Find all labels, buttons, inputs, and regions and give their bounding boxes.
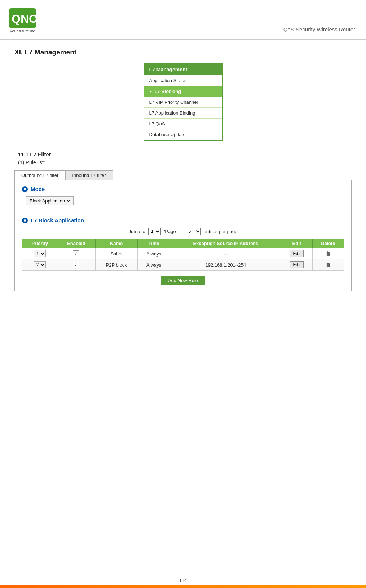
cell-priority: 12 — [22, 248, 57, 259]
col-edit: Edit — [281, 239, 313, 248]
main-content: XI. L7 Management L7 Management Applicat… — [0, 40, 366, 313]
table-row: 12 ✓ Sales Always --- Edit 🗑 — [22, 248, 344, 259]
col-time: Time — [137, 239, 170, 248]
cell-name: P2P block — [95, 259, 137, 271]
tab-outbound[interactable]: Outbound L7 filter — [14, 170, 65, 180]
table-row: 21 ✓ P2P block Always 192.168.1.201~254 … — [22, 259, 344, 271]
sub-heading: 11.1 L7 Filter — [18, 151, 352, 157]
mode-select-box[interactable]: Block Application Allow Application — [26, 196, 74, 205]
menu-item-l7-qos[interactable]: L7 QoS — [144, 118, 222, 129]
cell-edit: Edit — [281, 259, 313, 271]
footer-bar — [0, 585, 366, 588]
mode-title: Mode — [31, 186, 45, 192]
cell-time: Always — [137, 248, 170, 259]
col-delete: Delete — [312, 239, 344, 248]
menu-item-l7-vip[interactable]: L7 VIP Priority Channel — [144, 97, 222, 107]
cell-enabled: ✓ — [57, 259, 95, 271]
mode-dropdown[interactable]: Block Application Allow Application — [28, 198, 71, 204]
block-bullet — [22, 218, 28, 223]
mode-section-label: Mode — [22, 186, 344, 192]
col-name: Name — [95, 239, 137, 248]
cell-enabled: ✓ — [57, 248, 95, 259]
menu-item-label: L7 Application Binding — [149, 110, 195, 116]
menu-item-application-status[interactable]: Application Status — [144, 75, 222, 86]
jump-to-label: Jump to — [128, 229, 145, 234]
menu-item-label: L7 VIP Priority Channel — [149, 99, 198, 105]
enabled-checkbox-1[interactable]: ✓ — [73, 250, 79, 257]
priority-select-1[interactable]: 12 — [34, 250, 46, 257]
cell-name: Sales — [95, 248, 137, 259]
menu-item-database-update[interactable]: Database Update — [144, 129, 222, 140]
section-divider — [22, 211, 344, 211]
page-select[interactable]: 1 2 — [148, 228, 161, 235]
section-heading: XI. L7 Management — [14, 48, 352, 56]
cell-exception-ip: 192.168.1.201~254 — [170, 259, 281, 271]
rule-label: (1) Rule list: — [18, 160, 352, 165]
arrow-icon: ► — [149, 89, 153, 93]
page-label: /Page — [164, 229, 176, 234]
svg-text:QNO: QNO — [12, 12, 38, 25]
col-enabled: Enabled — [57, 239, 95, 248]
l7-menu-box: L7 Management Application Status ► L7 Bl… — [144, 63, 223, 141]
col-priority: Priority — [22, 239, 57, 248]
mode-bullet — [22, 186, 28, 192]
header-title: QoS Security Wireless Router — [283, 26, 355, 35]
add-new-rule-button[interactable]: Add New Rule — [161, 276, 205, 285]
cell-priority: 21 — [22, 259, 57, 271]
edit-button-1[interactable]: Edit — [290, 250, 304, 257]
block-section-title: L7 Block Application — [31, 217, 84, 223]
priority-select-2[interactable]: 21 — [34, 261, 46, 268]
tabs-area: Outbound L7 filter Inbound L7 filter Mod… — [14, 170, 352, 291]
menu-header: L7 Management — [144, 64, 222, 75]
edit-button-2[interactable]: Edit — [290, 261, 304, 268]
logo: QNO your future life — [7, 6, 40, 35]
mode-select-wrap: Block Application Allow Application — [26, 196, 344, 205]
menu-item-label: Database Update — [149, 132, 186, 137]
svg-text:your future life: your future life — [10, 29, 35, 33]
cell-time: Always — [137, 259, 170, 271]
entries-select[interactable]: 5 10 20 — [186, 228, 201, 235]
block-section-label: L7 Block Application — [22, 217, 344, 223]
tab-content-box: Mode Block Application Allow Application… — [14, 180, 352, 291]
menu-item-l7-blocking[interactable]: ► L7 Blocking — [144, 86, 222, 97]
cell-delete: 🗑 — [312, 248, 344, 259]
tab-row: Outbound L7 filter Inbound L7 filter — [14, 170, 352, 180]
menu-item-label: Application Status — [149, 78, 187, 83]
cell-edit: Edit — [281, 248, 313, 259]
col-exception-ip: Exception Source IP Address — [170, 239, 281, 248]
menu-item-label: L7 Blocking — [154, 89, 181, 94]
menu-item-label: L7 QoS — [149, 121, 165, 126]
menu-item-l7-binding[interactable]: L7 Application Binding — [144, 107, 222, 118]
delete-icon-1[interactable]: 🗑 — [326, 251, 331, 257]
entries-label: entries per page — [204, 229, 238, 234]
cell-delete: 🗑 — [312, 259, 344, 271]
tab-inbound[interactable]: Inbound L7 filter — [65, 170, 113, 180]
delete-icon-2[interactable]: 🗑 — [326, 262, 331, 268]
cell-exception-ip: --- — [170, 248, 281, 259]
add-rule-wrap: Add New Rule — [22, 276, 344, 285]
page-number: 114 — [0, 578, 366, 583]
page-header: QNO your future life QoS Security Wirele… — [0, 0, 366, 40]
pagination-row: Jump to 1 2 /Page 5 10 20 entries per pa… — [22, 228, 344, 235]
menu-wrapper: L7 Management Application Status ► L7 Bl… — [14, 63, 352, 141]
enabled-checkbox-2[interactable]: ✓ — [73, 262, 79, 268]
rule-table: Priority Enabled Name Time Exception Sou… — [22, 239, 344, 271]
qno-logo: QNO your future life — [7, 6, 40, 35]
